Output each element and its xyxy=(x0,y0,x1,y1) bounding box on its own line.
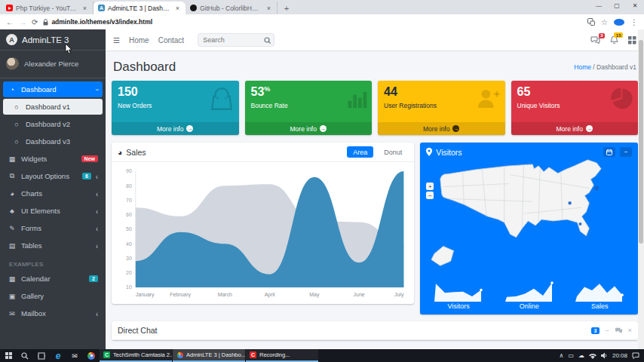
tab-donut[interactable]: Donut xyxy=(378,146,408,158)
new-tab-button[interactable]: + xyxy=(281,2,293,14)
address-bar[interactable]: adminlte.io/themes/v3/index.html xyxy=(43,18,582,26)
taskbar-app-adminlte[interactable]: AdminLTE 3 | Dashbo... xyxy=(173,349,245,362)
usa-map[interactable]: + − xyxy=(420,158,638,278)
browser-tab-github[interactable]: GitHub - ColorlibHQ/AdminLTE: × xyxy=(186,2,278,14)
visitors-card-title: Visitors xyxy=(426,148,462,157)
action-center-icon[interactable] xyxy=(632,352,639,359)
search-input[interactable] xyxy=(198,36,262,44)
notifications-bell-icon[interactable]: 15 xyxy=(610,35,618,44)
svg-text:June: June xyxy=(354,292,365,297)
tab-title: GitHub - ColorlibHQ/AdminLTE: xyxy=(200,5,262,12)
sidebar-item-tables[interactable]: ▤ Tables ‹ xyxy=(3,238,103,253)
sidebar-item-dashboard[interactable]: ◔ Dashboard › xyxy=(3,81,103,97)
sidebar-item-ui-elements[interactable]: ♣ UI Elements ‹ xyxy=(3,203,103,219)
close-icon[interactable]: × xyxy=(628,327,632,334)
tab-close-icon[interactable]: × xyxy=(265,5,272,12)
sidebar-item-widgets[interactable]: ▦ Widgets New xyxy=(3,151,103,167)
messages-icon[interactable]: 3 xyxy=(590,36,600,44)
tab-title: AdminLTE 3 | Dashboard xyxy=(108,5,171,12)
sidebar-item-charts[interactable]: ◕ Charts ‹ xyxy=(3,186,103,201)
nav-link-contact[interactable]: Contact xyxy=(158,36,184,44)
sidebar-item-forms[interactable]: ✎ Forms ‹ xyxy=(3,220,103,236)
mail-icon[interactable]: ✉ xyxy=(66,349,83,362)
tab-title: Php Türkiye - YouTube xyxy=(16,5,78,12)
taskbar-app-camtasia[interactable]: C TechSmith Camtasia 2... xyxy=(100,349,172,362)
map-zoom-out-button[interactable]: − xyxy=(426,192,434,199)
breadcrumb-home-link[interactable]: Home xyxy=(574,63,591,71)
chrome-icon[interactable] xyxy=(83,349,100,362)
browser-tab-adminlte[interactable]: A AdminLTE 3 | Dashboard × xyxy=(94,2,186,14)
messages-badge: 3 xyxy=(599,33,605,38)
nav-link-home[interactable]: Home xyxy=(129,36,149,44)
more-info-link[interactable]: More info→ xyxy=(378,122,505,135)
sidebar-item-calendar[interactable]: ▦ Calendar 2 xyxy=(3,271,103,287)
sidebar-item-dashboard-v1[interactable]: ○ Dashboard v1 xyxy=(3,99,103,115)
content-header: Dashboard Home / Dashboard v1 xyxy=(112,57,638,81)
window-maximize-button[interactable]: ▢ xyxy=(608,0,626,11)
direct-chat-header: Direct Chat 3 − × xyxy=(112,321,638,340)
edge-icon[interactable]: e xyxy=(50,349,66,362)
more-info-link[interactable]: More info→ xyxy=(511,122,639,135)
scrollbar-thumb[interactable] xyxy=(639,40,643,244)
window-close-button[interactable]: ✕ xyxy=(626,0,644,11)
adminlte-favicon: A xyxy=(98,5,105,11)
tray-wifi-icon[interactable] xyxy=(589,353,596,359)
sidebar-item-layout-options[interactable]: ⧉ Layout Options 6 ‹ xyxy=(3,168,103,184)
sparkline-sales: Sales xyxy=(564,279,635,310)
taskbar-search-icon[interactable] xyxy=(17,349,33,362)
svg-text:50: 50 xyxy=(126,226,132,232)
svg-text:May: May xyxy=(309,292,320,298)
sales-card-title: ◕ Sales xyxy=(118,148,146,157)
comments-icon[interactable] xyxy=(615,327,623,334)
youtube-favicon xyxy=(6,5,13,11)
circle-icon: ○ xyxy=(12,138,21,146)
breadcrumb-separator: / xyxy=(593,63,594,71)
bookmark-star-icon[interactable]: ☆ xyxy=(601,18,608,26)
taskbar-clock[interactable]: 20:08 xyxy=(612,352,627,359)
tray-volume-icon[interactable] xyxy=(601,352,608,359)
tray-battery-icon[interactable]: ▭ xyxy=(568,352,574,359)
svg-text:60: 60 xyxy=(126,212,132,217)
browser-menu-icon[interactable]: ⋮ xyxy=(630,18,638,26)
map-zoom-controls: + − xyxy=(426,183,434,199)
sidebar-item-dashboard-v2[interactable]: ○ Dashboard v2 xyxy=(3,116,103,132)
sidebar-section-header: EXAMPLES xyxy=(3,255,103,271)
collapse-button[interactable]: − xyxy=(620,147,632,157)
back-icon[interactable]: ← xyxy=(6,18,14,26)
start-button[interactable] xyxy=(0,349,17,362)
more-info-link[interactable]: More info→ xyxy=(245,122,373,135)
sidebar-item-gallery[interactable]: ▣ Gallery xyxy=(3,288,103,304)
task-view-icon[interactable] xyxy=(33,349,50,362)
sidebar-item-dashboard-v3[interactable]: ○ Dashboard v3 xyxy=(3,133,103,149)
refresh-icon[interactable]: ⟳ xyxy=(32,18,38,26)
control-sidebar-icon[interactable] xyxy=(628,36,636,44)
taskbar-app-recording[interactable]: C Recording... xyxy=(246,349,318,362)
tab-close-icon[interactable]: × xyxy=(81,5,88,12)
user-panel[interactable]: Alexander Pierce xyxy=(0,51,106,78)
window-controls: — ▢ ✕ xyxy=(590,0,644,11)
arrow-circle-icon: → xyxy=(452,125,459,132)
direct-chat-tools: 3 − × xyxy=(591,327,632,334)
collapse-icon[interactable]: − xyxy=(605,327,609,334)
tab-close-icon[interactable]: × xyxy=(174,5,181,12)
sidebar-toggle-icon[interactable]: ☰ xyxy=(113,36,120,44)
map-zoom-in-button[interactable]: + xyxy=(426,183,434,190)
translate-icon[interactable] xyxy=(587,18,595,26)
window-minimize-button[interactable]: — xyxy=(590,0,608,11)
brand-link[interactable]: A AdminLTE 3 xyxy=(0,29,106,51)
browser-profile-avatar[interactable] xyxy=(614,19,624,26)
search-icon[interactable] xyxy=(262,36,274,44)
more-info-link[interactable]: More info→ xyxy=(112,122,239,135)
info-box-new-orders: 150 New Orders More info→ xyxy=(112,81,239,135)
main-area: ☰ Home Contact 3 15 xyxy=(106,29,644,349)
tray-chevron-icon[interactable]: ∧ xyxy=(560,352,564,359)
page-scrollbar[interactable] xyxy=(638,29,644,349)
tab-area[interactable]: Area xyxy=(347,146,373,158)
date-picker-button[interactable] xyxy=(603,147,615,157)
tray-cloud-icon[interactable]: ☁ xyxy=(578,352,584,359)
browser-tab-youtube[interactable]: Php Türkiye - YouTube × xyxy=(2,2,94,14)
sidebar-item-mailbox[interactable]: ✉ Mailbox ‹ xyxy=(3,305,103,321)
chevron-left-icon: ‹ xyxy=(96,241,98,250)
visitors-card-header: Visitors − xyxy=(420,143,638,158)
forward-icon[interactable]: → xyxy=(19,18,26,26)
